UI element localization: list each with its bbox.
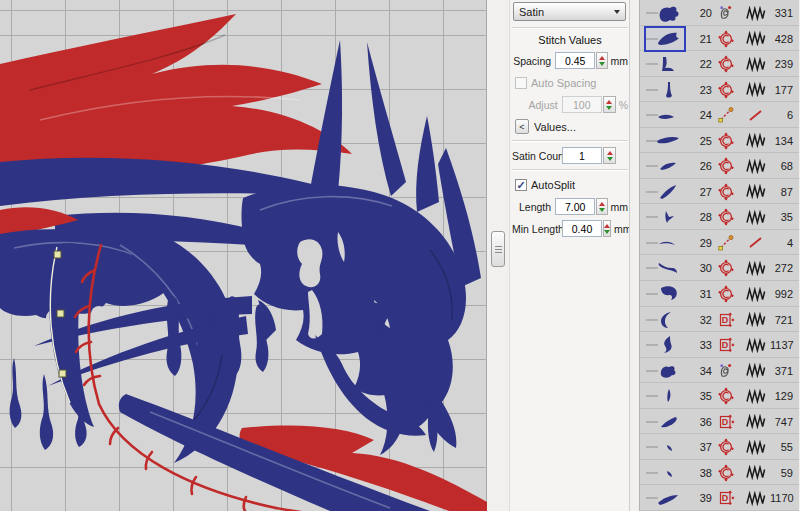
object-row[interactable]: 31 992 [640, 281, 799, 307]
object-row[interactable]: 37 55 [640, 434, 799, 460]
selection-handle[interactable] [57, 310, 64, 317]
object-number: 27 [690, 186, 712, 198]
object-number: 20 [690, 7, 712, 19]
stitch-count: 1170 [770, 492, 793, 504]
satin-count-input[interactable] [562, 147, 602, 164]
complex-type-icon [712, 362, 740, 380]
embroidery-editor-window: Satin Stitch Values Spacing mm Auto Spac… [0, 0, 800, 511]
object-row[interactable]: 30 272 [640, 255, 799, 281]
panel-splitter[interactable] [487, 0, 509, 511]
zigzag-stitch-icon [740, 440, 770, 455]
object-thumbnail[interactable] [644, 307, 690, 333]
spacing-label: Spacing [512, 55, 555, 67]
autosplit-checkbox[interactable] [515, 179, 527, 191]
object-thumbnail[interactable] [644, 332, 690, 358]
design-canvas[interactable] [0, 0, 487, 511]
object-number: 35 [690, 390, 712, 402]
min-length-stepper[interactable] [603, 220, 611, 237]
stitch-count: 1137 [770, 339, 793, 351]
length-input[interactable] [555, 198, 595, 215]
length-stepper[interactable] [596, 198, 607, 215]
autosplit-label: AutoSplit [531, 179, 575, 191]
object-thumbnail[interactable] [644, 204, 690, 230]
splitter-grip[interactable] [491, 231, 505, 267]
object-thumbnail[interactable] [644, 0, 690, 26]
object-row[interactable]: 27 87 [640, 179, 799, 205]
object-number: 33 [690, 339, 712, 351]
selection-handle[interactable] [54, 251, 61, 258]
zigzag-stitch-icon [740, 210, 770, 225]
object-number: 24 [690, 109, 712, 121]
values-label[interactable]: Values... [534, 121, 576, 133]
object-thumbnail[interactable] [644, 281, 690, 307]
adjust-input [562, 96, 602, 113]
separator [512, 169, 628, 171]
object-thumbnail[interactable] [644, 26, 690, 52]
object-row[interactable]: 25 134 [640, 128, 799, 154]
object-row[interactable]: 33 D 1137 [640, 332, 799, 358]
satin-count-stepper[interactable] [603, 147, 616, 164]
run-stitch-icon [740, 235, 770, 250]
object-thumbnail[interactable] [644, 179, 690, 205]
object-row[interactable]: 20 331 [640, 0, 799, 26]
object-row[interactable]: 23 177 [640, 77, 799, 103]
object-thumbnail[interactable] [644, 77, 690, 103]
object-thumbnail[interactable] [644, 102, 690, 128]
object-row[interactable]: 24 6 [640, 102, 799, 128]
values-collapse-button[interactable]: < [515, 119, 529, 134]
object-thumbnail[interactable] [644, 383, 690, 409]
object-thumbnail[interactable] [644, 153, 690, 179]
column-type-icon [712, 55, 740, 73]
adjust-label: Adjust [512, 99, 562, 111]
object-thumbnail[interactable] [644, 434, 690, 460]
object-row[interactable]: 22 239 [640, 51, 799, 77]
stitch-type-value: Satin [519, 6, 544, 18]
stitch-count: 4 [770, 237, 793, 249]
object-number: 23 [690, 84, 712, 96]
zigzag-stitch-icon [740, 312, 770, 327]
object-row[interactable]: 34 371 [640, 358, 799, 384]
object-thumbnail[interactable] [644, 51, 690, 77]
zigzag-stitch-icon [740, 159, 770, 174]
list-panel-divider[interactable] [629, 0, 640, 511]
dragon-design [0, 0, 487, 511]
zigzag-stitch-icon [740, 31, 770, 46]
stitch-count: 747 [770, 416, 793, 428]
object-row[interactable]: 35 129 [640, 383, 799, 409]
object-row[interactable]: 32 D 721 [640, 307, 799, 333]
stitch-count: 721 [770, 314, 793, 326]
object-number: 21 [690, 33, 712, 45]
object-row[interactable]: 36 D 747 [640, 409, 799, 435]
object-row[interactable]: 28 35 [640, 204, 799, 230]
adjust-unit: % [619, 99, 628, 111]
object-row[interactable]: 21 428 [640, 26, 799, 52]
stitch-count: 272 [770, 262, 793, 274]
min-length-input[interactable] [562, 220, 602, 237]
object-row[interactable]: 39 D 1170 [640, 485, 799, 511]
spacing-stepper[interactable] [596, 52, 607, 69]
auto-spacing-checkbox[interactable] [515, 77, 527, 89]
object-number: 39 [690, 492, 712, 504]
column-type-icon [712, 464, 740, 482]
min-length-label: Min Length [512, 223, 562, 235]
svg-text:D: D [722, 341, 729, 351]
object-thumbnail[interactable] [644, 409, 690, 435]
stitch-properties-panel: Satin Stitch Values Spacing mm Auto Spac… [509, 0, 629, 511]
stitch-count: 331 [770, 7, 793, 19]
selection-handle[interactable] [59, 370, 66, 377]
object-thumbnail[interactable] [644, 460, 690, 486]
stitch-type-dropdown[interactable]: Satin [513, 2, 626, 21]
object-number: 32 [690, 314, 712, 326]
auto-spacing-label: Auto Spacing [531, 77, 596, 89]
svg-text:D: D [722, 494, 729, 504]
object-thumbnail[interactable] [644, 485, 690, 511]
object-row[interactable]: 26 68 [640, 153, 799, 179]
object-thumbnail[interactable] [644, 255, 690, 281]
object-thumbnail[interactable] [644, 128, 690, 154]
object-thumbnail[interactable] [644, 230, 690, 256]
spacing-input[interactable] [555, 52, 595, 69]
object-row[interactable]: 38 59 [640, 460, 799, 486]
object-thumbnail[interactable] [644, 358, 690, 384]
border-type-icon: D [712, 336, 740, 354]
object-row[interactable]: 29 4 [640, 230, 799, 256]
